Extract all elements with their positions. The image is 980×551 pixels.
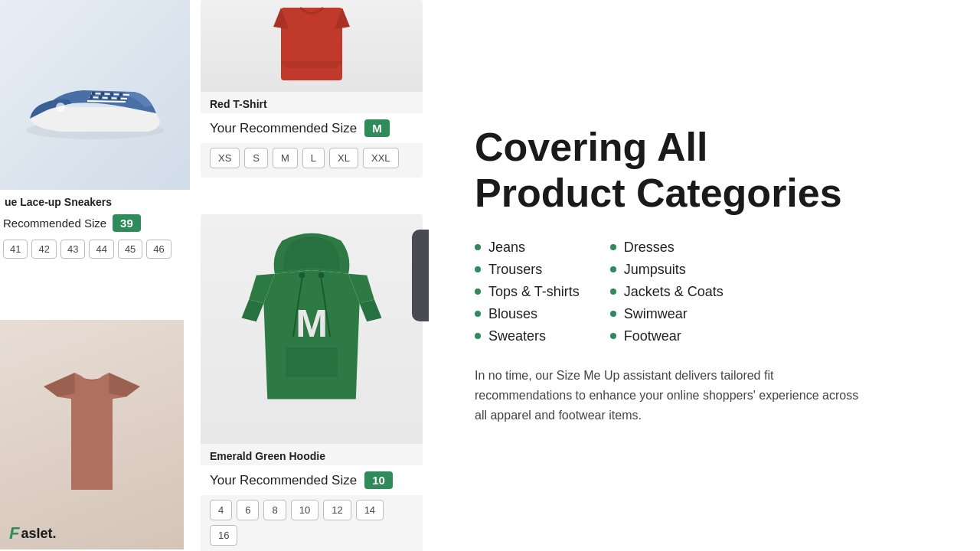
sneaker-image [18, 46, 172, 145]
bullet-jumpsuits [610, 266, 616, 272]
hoodie-size-10[interactable]: 10 [291, 500, 318, 520]
category-tops: Tops & T-shirts [475, 284, 580, 300]
green-hoodie-label: Emerald Green Hoodie [201, 444, 423, 465]
sneaker-size-43[interactable]: 43 [60, 240, 85, 259]
hoodie-size-6[interactable]: 6 [237, 500, 259, 520]
svg-rect-13 [281, 8, 342, 80]
red-tshirt-label: Red T-Shirt [201, 92, 423, 113]
svg-point-9 [90, 96, 93, 99]
faslet-f-letter: F [9, 523, 19, 543]
bullet-swimwear [610, 311, 616, 317]
bullet-tops [475, 289, 481, 295]
sneaker-size-options: 41 42 43 44 45 46 [0, 235, 214, 263]
svg-rect-15 [285, 65, 338, 68]
svg-line-3 [87, 101, 126, 102]
category-blouses-label: Blouses [488, 306, 537, 322]
right-panel: Covering All Product Categories Jeans Tr… [429, 0, 980, 551]
svg-point-7 [110, 93, 114, 96]
sneaker-image-card [0, 0, 190, 191]
svg-point-8 [119, 93, 123, 96]
category-sweaters-label: Sweaters [488, 328, 546, 344]
category-swimwear-label: Swimwear [624, 306, 688, 322]
scroll-handle[interactable] [412, 230, 429, 321]
green-hoodie-image: M [201, 214, 423, 444]
category-dresses: Dresses [610, 240, 724, 256]
faslet-text: aslet. [21, 526, 56, 542]
svg-point-6 [101, 92, 105, 96]
categories-grid: Jeans Trousers Tops & T-shirts Blouses S… [475, 240, 934, 344]
category-tops-label: Tops & T-shirts [488, 284, 580, 300]
left-panel: Red T-Shirt Your Recommended Size M XS S… [0, 0, 429, 551]
categories-left-col: Jeans Trousers Tops & T-shirts Blouses S… [475, 240, 580, 344]
category-trousers: Trousers [475, 262, 580, 278]
category-sweaters: Sweaters [475, 328, 580, 344]
red-tshirt-size-bar: Your Recommended Size M [201, 113, 423, 143]
category-footwear: Footwear [610, 328, 724, 344]
category-blouses: Blouses [475, 306, 580, 322]
sneaker-size-46[interactable]: 46 [146, 240, 171, 259]
hoodie-size-4[interactable]: 4 [210, 500, 232, 520]
category-jeans-label: Jeans [488, 240, 525, 256]
red-tshirt-card: Red T-Shirt Your Recommended Size M XS S… [201, 0, 423, 178]
description-text: In no time, our Size Me Up assistant del… [475, 366, 873, 426]
sneaker-size-badge: 39 [113, 214, 141, 232]
red-tshirt-image [201, 0, 423, 92]
sneaker-size-44[interactable]: 44 [89, 240, 113, 259]
faslet-logo: F aslet. [9, 523, 56, 543]
bullet-blouses [475, 311, 481, 317]
green-hoodie-size-badge: 10 [364, 471, 393, 489]
bullet-jackets [610, 289, 616, 295]
category-trousers-label: Trousers [488, 262, 542, 278]
size-xs[interactable]: XS [210, 148, 240, 168]
brown-tshirt-card [0, 320, 184, 549]
category-dresses-label: Dresses [624, 240, 675, 256]
category-jumpsuits: Jumpsuits [610, 262, 724, 278]
svg-point-5 [92, 92, 96, 96]
hoodie-size-14[interactable]: 14 [356, 500, 384, 520]
green-hoodie-size-options: 4 6 8 10 12 14 16 [201, 495, 423, 551]
bullet-trousers [475, 266, 481, 272]
category-jackets-label: Jackets & Coats [624, 284, 724, 300]
size-xxl[interactable]: XXL [363, 148, 399, 168]
bullet-sweaters [475, 333, 481, 339]
sneaker-label-area: ue Lace-up Sneakers Recommended Size 39 … [0, 190, 214, 263]
green-hoodie-size-bar: Your Recommended Size 10 [201, 465, 423, 495]
sneaker-size-45[interactable]: 45 [118, 240, 142, 259]
size-m[interactable]: M [273, 148, 298, 168]
bullet-jeans [475, 244, 481, 250]
red-tshirt-recommended-text: Your Recommended Size [210, 121, 357, 136]
size-s[interactable]: S [244, 148, 268, 168]
size-xl[interactable]: XL [329, 148, 358, 168]
green-hoodie-recommended-text: Your Recommended Size [210, 473, 357, 488]
red-tshirt-size-badge: M [364, 119, 390, 137]
category-footwear-label: Footwear [624, 328, 681, 344]
hoodie-size-12[interactable]: 12 [323, 500, 351, 520]
svg-point-12 [117, 96, 121, 100]
sneaker-size-41[interactable]: 41 [3, 240, 28, 259]
svg-point-11 [108, 96, 112, 100]
hoodie-size-16[interactable]: 16 [210, 525, 237, 546]
svg-point-10 [99, 96, 103, 99]
sneaker-size-bar: Recommended Size 39 [0, 211, 214, 235]
sneaker-label: ue Lace-up Sneakers [0, 190, 214, 211]
hoodie-size-8[interactable]: 8 [263, 500, 286, 520]
main-heading: Covering All Product Categories [475, 125, 934, 217]
svg-rect-14 [281, 61, 342, 65]
green-hoodie-card: M Emerald Green Hoodie Your Recommended … [201, 214, 423, 551]
category-jumpsuits-label: Jumpsuits [624, 262, 686, 278]
sneaker-recommended-text: Recommended Size [3, 217, 106, 230]
sneaker-size-42[interactable]: 42 [31, 240, 56, 259]
svg-point-17 [299, 272, 305, 279]
svg-point-4 [56, 103, 65, 112]
red-tshirt-size-options: XS S M L XL XXL [201, 143, 423, 178]
category-jeans: Jeans [475, 240, 580, 256]
svg-text:M: M [296, 302, 328, 345]
category-swimwear: Swimwear [610, 306, 724, 322]
bullet-footwear [610, 333, 616, 339]
size-l[interactable]: L [302, 148, 325, 168]
bullet-dresses [610, 244, 616, 250]
categories-right-col: Dresses Jumpsuits Jackets & Coats Swimwe… [610, 240, 724, 344]
category-jackets: Jackets & Coats [610, 284, 724, 300]
svg-point-18 [318, 272, 325, 279]
